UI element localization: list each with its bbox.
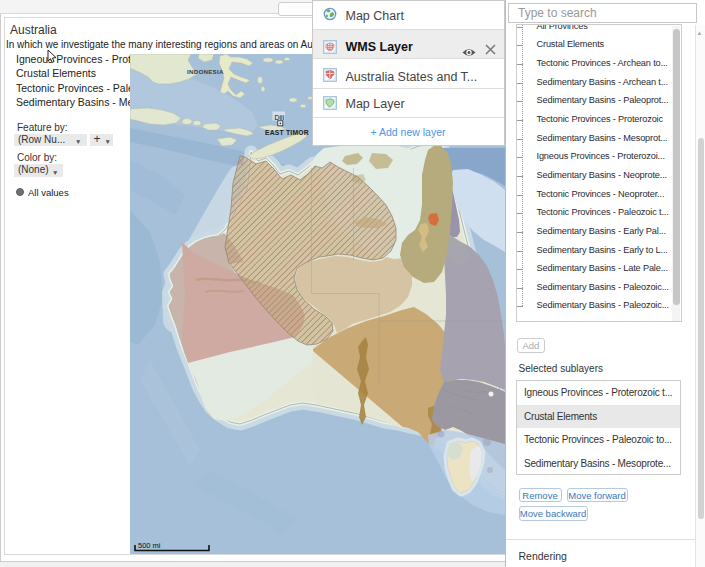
svg-text:500 mi: 500 mi xyxy=(138,541,161,550)
svg-text:Dili: Dili xyxy=(275,114,285,121)
svg-text:INDONESIA: INDONESIA xyxy=(187,68,224,75)
svg-text:EAST TIMOR: EAST TIMOR xyxy=(265,129,309,136)
